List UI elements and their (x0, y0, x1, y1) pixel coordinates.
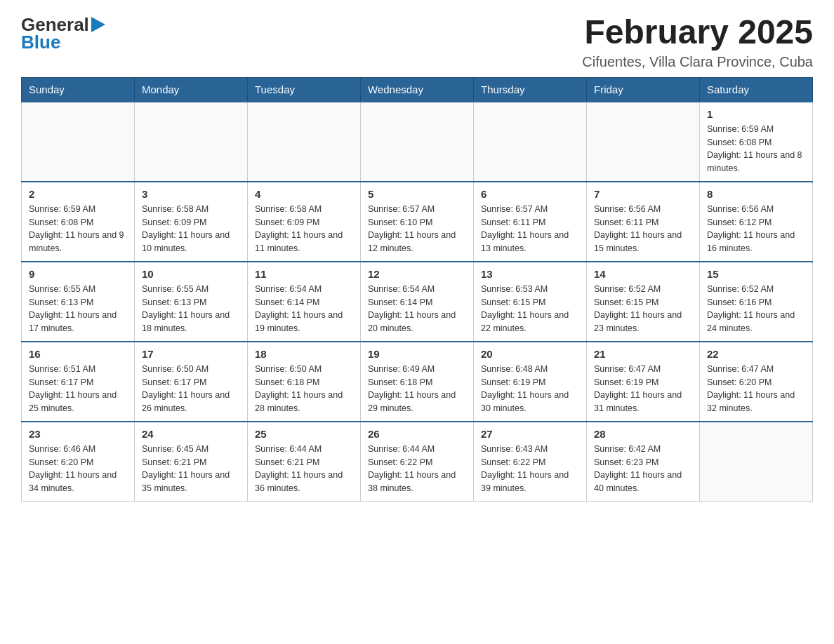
day-info: Sunrise: 6:46 AMSunset: 6:20 PMDaylight:… (29, 443, 127, 495)
calendar-cell: 7Sunrise: 6:56 AMSunset: 6:11 PMDaylight… (587, 182, 700, 262)
day-info: Sunrise: 6:44 AMSunset: 6:22 PMDaylight:… (368, 443, 466, 495)
calendar-cell: 13Sunrise: 6:53 AMSunset: 6:15 PMDayligh… (474, 262, 587, 342)
calendar-cell (700, 422, 813, 502)
day-number: 4 (255, 188, 353, 200)
calendar-cell (361, 102, 474, 182)
day-number: 25 (255, 428, 353, 440)
weekday-header-monday: Monday (135, 77, 248, 102)
svg-marker-0 (91, 17, 105, 32)
calendar-cell (474, 102, 587, 182)
day-info: Sunrise: 6:59 AMSunset: 6:08 PMDaylight:… (707, 123, 805, 175)
day-info: Sunrise: 6:52 AMSunset: 6:16 PMDaylight:… (707, 283, 805, 335)
day-info: Sunrise: 6:58 AMSunset: 6:09 PMDaylight:… (142, 203, 240, 255)
day-info: Sunrise: 6:59 AMSunset: 6:08 PMDaylight:… (29, 203, 127, 255)
calendar-cell: 23Sunrise: 6:46 AMSunset: 6:20 PMDayligh… (22, 422, 135, 502)
logo: General Blue (21, 14, 105, 53)
calendar-cell: 20Sunrise: 6:48 AMSunset: 6:19 PMDayligh… (474, 342, 587, 422)
day-info: Sunrise: 6:56 AMSunset: 6:11 PMDaylight:… (594, 203, 692, 255)
day-number: 7 (594, 188, 692, 200)
day-number: 23 (29, 428, 127, 440)
day-info: Sunrise: 6:54 AMSunset: 6:14 PMDaylight:… (255, 283, 353, 335)
day-number: 9 (29, 268, 127, 280)
day-number: 5 (368, 188, 466, 200)
calendar-cell: 6Sunrise: 6:57 AMSunset: 6:11 PMDaylight… (474, 182, 587, 262)
day-info: Sunrise: 6:53 AMSunset: 6:15 PMDaylight:… (481, 283, 579, 335)
day-number: 26 (368, 428, 466, 440)
weekday-header-tuesday: Tuesday (248, 77, 361, 102)
day-number: 12 (368, 268, 466, 280)
day-number: 14 (594, 268, 692, 280)
day-number: 24 (142, 428, 240, 440)
day-number: 3 (142, 188, 240, 200)
calendar-cell: 21Sunrise: 6:47 AMSunset: 6:19 PMDayligh… (587, 342, 700, 422)
page-title: February 2025 (582, 14, 813, 51)
calendar-cell: 12Sunrise: 6:54 AMSunset: 6:14 PMDayligh… (361, 262, 474, 342)
day-number: 28 (594, 428, 692, 440)
calendar-cell: 19Sunrise: 6:49 AMSunset: 6:18 PMDayligh… (361, 342, 474, 422)
week-row-5: 23Sunrise: 6:46 AMSunset: 6:20 PMDayligh… (22, 422, 813, 502)
weekday-header-friday: Friday (587, 77, 700, 102)
calendar-cell: 22Sunrise: 6:47 AMSunset: 6:20 PMDayligh… (700, 342, 813, 422)
weekday-header-thursday: Thursday (474, 77, 587, 102)
day-info: Sunrise: 6:45 AMSunset: 6:21 PMDaylight:… (142, 443, 240, 495)
week-row-1: 1Sunrise: 6:59 AMSunset: 6:08 PMDaylight… (22, 102, 813, 182)
weekday-header-row: SundayMondayTuesdayWednesdayThursdayFrid… (22, 77, 813, 102)
day-info: Sunrise: 6:50 AMSunset: 6:17 PMDaylight:… (142, 363, 240, 415)
calendar-table: SundayMondayTuesdayWednesdayThursdayFrid… (21, 77, 813, 502)
day-info: Sunrise: 6:49 AMSunset: 6:18 PMDaylight:… (368, 363, 466, 415)
day-info: Sunrise: 6:44 AMSunset: 6:21 PMDaylight:… (255, 443, 353, 495)
day-number: 2 (29, 188, 127, 200)
day-info: Sunrise: 6:54 AMSunset: 6:14 PMDaylight:… (368, 283, 466, 335)
day-info: Sunrise: 6:50 AMSunset: 6:18 PMDaylight:… (255, 363, 353, 415)
weekday-header-saturday: Saturday (700, 77, 813, 102)
calendar-cell: 5Sunrise: 6:57 AMSunset: 6:10 PMDaylight… (361, 182, 474, 262)
day-info: Sunrise: 6:43 AMSunset: 6:22 PMDaylight:… (481, 443, 579, 495)
day-number: 19 (368, 348, 466, 360)
week-row-4: 16Sunrise: 6:51 AMSunset: 6:17 PMDayligh… (22, 342, 813, 422)
day-info: Sunrise: 6:52 AMSunset: 6:15 PMDaylight:… (594, 283, 692, 335)
day-number: 22 (707, 348, 805, 360)
calendar-cell: 27Sunrise: 6:43 AMSunset: 6:22 PMDayligh… (474, 422, 587, 502)
title-block: February 2025 Cifuentes, Villa Clara Pro… (582, 14, 813, 70)
calendar-cell: 18Sunrise: 6:50 AMSunset: 6:18 PMDayligh… (248, 342, 361, 422)
calendar-cell: 9Sunrise: 6:55 AMSunset: 6:13 PMDaylight… (22, 262, 135, 342)
calendar-cell: 28Sunrise: 6:42 AMSunset: 6:23 PMDayligh… (587, 422, 700, 502)
calendar-cell (587, 102, 700, 182)
page-subtitle: Cifuentes, Villa Clara Province, Cuba (582, 54, 813, 70)
day-number: 18 (255, 348, 353, 360)
calendar-cell: 14Sunrise: 6:52 AMSunset: 6:15 PMDayligh… (587, 262, 700, 342)
day-number: 27 (481, 428, 579, 440)
day-info: Sunrise: 6:55 AMSunset: 6:13 PMDaylight:… (29, 283, 127, 335)
day-number: 21 (594, 348, 692, 360)
logo-arrow-icon (91, 17, 105, 32)
day-number: 8 (707, 188, 805, 200)
weekday-header-wednesday: Wednesday (361, 77, 474, 102)
calendar-cell (135, 102, 248, 182)
day-number: 20 (481, 348, 579, 360)
day-number: 15 (707, 268, 805, 280)
calendar-cell (248, 102, 361, 182)
day-info: Sunrise: 6:57 AMSunset: 6:10 PMDaylight:… (368, 203, 466, 255)
calendar-cell: 24Sunrise: 6:45 AMSunset: 6:21 PMDayligh… (135, 422, 248, 502)
logo-text-blue: Blue (21, 32, 60, 53)
day-number: 6 (481, 188, 579, 200)
day-info: Sunrise: 6:47 AMSunset: 6:20 PMDaylight:… (707, 363, 805, 415)
calendar-cell: 8Sunrise: 6:56 AMSunset: 6:12 PMDaylight… (700, 182, 813, 262)
week-row-2: 2Sunrise: 6:59 AMSunset: 6:08 PMDaylight… (22, 182, 813, 262)
day-number: 11 (255, 268, 353, 280)
day-number: 10 (142, 268, 240, 280)
day-number: 1 (707, 108, 805, 120)
calendar-cell (22, 102, 135, 182)
calendar-cell: 2Sunrise: 6:59 AMSunset: 6:08 PMDaylight… (22, 182, 135, 262)
day-number: 17 (142, 348, 240, 360)
day-info: Sunrise: 6:56 AMSunset: 6:12 PMDaylight:… (707, 203, 805, 255)
calendar-cell: 10Sunrise: 6:55 AMSunset: 6:13 PMDayligh… (135, 262, 248, 342)
calendar-cell: 26Sunrise: 6:44 AMSunset: 6:22 PMDayligh… (361, 422, 474, 502)
day-info: Sunrise: 6:51 AMSunset: 6:17 PMDaylight:… (29, 363, 127, 415)
day-info: Sunrise: 6:42 AMSunset: 6:23 PMDaylight:… (594, 443, 692, 495)
calendar-cell: 17Sunrise: 6:50 AMSunset: 6:17 PMDayligh… (135, 342, 248, 422)
calendar-cell: 11Sunrise: 6:54 AMSunset: 6:14 PMDayligh… (248, 262, 361, 342)
day-info: Sunrise: 6:57 AMSunset: 6:11 PMDaylight:… (481, 203, 579, 255)
calendar-cell: 4Sunrise: 6:58 AMSunset: 6:09 PMDaylight… (248, 182, 361, 262)
calendar-cell: 3Sunrise: 6:58 AMSunset: 6:09 PMDaylight… (135, 182, 248, 262)
